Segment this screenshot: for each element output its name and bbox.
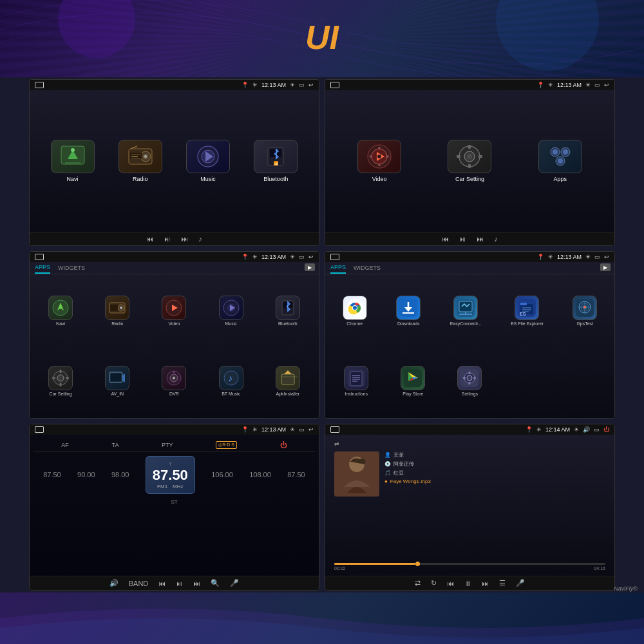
status-center-4: 📍 ✳ 12:13 AM ☀ ▭ ↩: [537, 254, 609, 260]
freq-10600[interactable]: 106.00: [211, 471, 233, 478]
radio-power[interactable]: ⏻: [280, 441, 287, 449]
app-bluetooth-3[interactable]: Bluetooth: [276, 296, 300, 327]
app-radio[interactable]: Radio: [105, 296, 129, 327]
app-esfile[interactable]: ES ES File Explorer: [511, 296, 544, 327]
back-icon-5[interactable]: ↩: [308, 426, 314, 433]
back-icon-2[interactable]: ↩: [604, 82, 609, 88]
app-easyconnect[interactable]: EasyConnecti...: [450, 296, 482, 327]
app-dvr[interactable]: DVR: [162, 366, 186, 397]
freq-8750[interactable]: 87.50: [43, 471, 61, 478]
app-btmusic[interactable]: ♪ BT Music: [219, 366, 243, 397]
progress-fill: [334, 563, 415, 565]
tab-apps-3[interactable]: APPS: [35, 264, 50, 274]
app-downloads[interactable]: Downloads: [396, 296, 421, 327]
home-icon-2[interactable]: [330, 82, 339, 88]
svg-rect-77: [459, 301, 472, 312]
back-icon-1[interactable]: ↩: [308, 82, 314, 88]
main-menu-2: Video: [329, 94, 611, 228]
app-playstore[interactable]: Play Store: [401, 366, 425, 397]
menu-item-apps[interactable]: Apps: [538, 140, 582, 182]
carsetting-label: Car Setting: [455, 176, 484, 182]
app-settings[interactable]: Settings: [457, 366, 482, 397]
prev-icon-1[interactable]: ⏮: [146, 235, 153, 243]
home-icon-4[interactable]: [330, 254, 339, 260]
next-icon-6[interactable]: ⏭: [482, 580, 489, 587]
freq-9800[interactable]: 98.00: [111, 471, 129, 478]
menu-item-bluetooth[interactable]: 📶 Bluetooth: [254, 140, 298, 182]
screen-5-body: AF TA PTY ◎R·D·S ⏻ 87.50 90.00 98.00 ↑ 8…: [30, 435, 319, 576]
app-video[interactable]: Video: [162, 296, 186, 327]
tab-widgets-3[interactable]: WIDGETS: [58, 265, 85, 273]
shuffle-icon-6[interactable]: ⇄: [415, 579, 421, 587]
app-carsetting[interactable]: Car Setting: [48, 366, 73, 397]
svg-rect-56: [60, 383, 62, 386]
svg-point-26: [378, 164, 381, 166]
music-shuffle-top[interactable]: ⇄: [334, 440, 339, 447]
status-bar-2: 📍 ✳ 12:13 AM ☀ ▭ ↩: [325, 80, 614, 90]
app-gpstest-label: GpsTest: [576, 321, 593, 327]
home-icon-6[interactable]: [330, 426, 339, 433]
next-icon-5[interactable]: ⏭: [193, 580, 200, 587]
app-btmusic-label: BT Music: [222, 392, 240, 397]
svg-marker-60: [122, 374, 125, 383]
mic-icon-6[interactable]: 🎤: [516, 579, 525, 587]
freq-10800[interactable]: 108.00: [249, 471, 271, 478]
progress-bar[interactable]: [334, 563, 605, 565]
tab-widgets-4[interactable]: WIDGETS: [354, 265, 381, 273]
prev-icon-2[interactable]: ⏮: [442, 235, 449, 243]
radio-ta[interactable]: TA: [112, 442, 119, 448]
controls-bar-6: ⇄ ↻ ⏮ ⏸ ⏭ ☰ 🎤: [325, 576, 614, 590]
battery-icon-2: ▭: [594, 82, 600, 88]
app-music[interactable]: Music: [219, 296, 243, 327]
svg-rect-82: [520, 303, 527, 305]
location-icon-2: 📍: [537, 82, 544, 88]
home-icon-1[interactable]: [35, 82, 44, 88]
menu-item-video[interactable]: Video: [357, 140, 401, 182]
back-icon-3[interactable]: ↩: [308, 254, 314, 260]
menu-item-navi[interactable]: Navi: [51, 140, 95, 182]
back-icon-4[interactable]: ↩: [604, 254, 609, 260]
radio-top-controls: AF TA PTY ◎R·D·S ⏻: [33, 439, 315, 452]
band-btn[interactable]: BAND: [129, 580, 149, 587]
prev-icon-5[interactable]: ⏮: [158, 580, 166, 587]
radio-pty[interactable]: PTY: [162, 442, 173, 448]
status-bar-4: 📍 ✳ 12:13 AM ☀ ▭ ↩: [325, 252, 614, 262]
freq-8750b[interactable]: 87.50: [287, 471, 305, 478]
play-icon-5[interactable]: ⏯: [176, 580, 183, 587]
radio-af[interactable]: AF: [61, 442, 69, 448]
music-progress[interactable]: 00:22 04:16: [329, 562, 611, 572]
next-icon-2[interactable]: ⏭: [477, 235, 484, 243]
app-navi[interactable]: Navi: [48, 296, 73, 327]
app-avin[interactable]: AV_IN: [105, 366, 129, 397]
repeat-icon-6[interactable]: ↻: [431, 579, 437, 587]
store-icon-3[interactable]: ▶: [305, 263, 315, 271]
app-avin-icon: [105, 366, 129, 390]
freq-9000[interactable]: 90.00: [77, 471, 95, 478]
home-icon-5[interactable]: [35, 426, 44, 433]
tab-apps-4[interactable]: APPS: [330, 264, 346, 274]
next-icon-1[interactable]: ⏭: [181, 235, 188, 243]
menu-item-music[interactable]: Music: [186, 140, 230, 182]
svg-point-0: [58, 0, 135, 58]
app-instructions[interactable]: Instructions: [344, 366, 368, 397]
vol-icon-5[interactable]: 🔊: [109, 579, 118, 587]
mic-icon-5[interactable]: 🎤: [230, 579, 239, 587]
app-chrome-icon: [343, 296, 367, 320]
play-icon-1[interactable]: ⏯: [164, 235, 171, 243]
app-gpstest[interactable]: GpsTest: [573, 296, 597, 327]
store-icon-4[interactable]: ▶: [600, 263, 611, 271]
app-apkinstaller[interactable]: ApkInstaller: [276, 366, 300, 397]
app-chrome[interactable]: Chrome: [343, 296, 367, 327]
search-icon-5[interactable]: 🔍: [211, 579, 220, 587]
menu-item-radio[interactable]: Radio: [118, 140, 162, 182]
menu-item-carsetting[interactable]: Car Setting: [448, 140, 491, 182]
home-icon-3[interactable]: [35, 254, 44, 260]
prev-icon-6[interactable]: ⏮: [447, 580, 454, 587]
menu-icon-6[interactable]: ☰: [499, 579, 506, 587]
freq-band-unit: FM1 MHz: [157, 484, 183, 489]
music-power-btn[interactable]: ⏻: [603, 426, 609, 433]
track-file-name: Faye Wong1.mp3: [390, 478, 431, 484]
app-dvr-label: DVR: [169, 392, 179, 397]
play-icon-2[interactable]: ⏯: [459, 235, 466, 243]
play-icon-6[interactable]: ⏸: [464, 580, 471, 587]
